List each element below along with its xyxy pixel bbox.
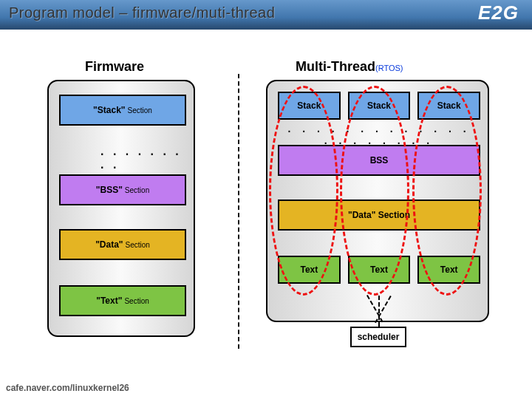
scheduler-box: scheduler <box>350 327 406 347</box>
firmware-title: Firmware <box>85 59 144 75</box>
firmware-text-segment: "Text" Section <box>59 285 186 316</box>
firmware-bss-segment: "BSS" Section <box>59 174 186 205</box>
firmware-data-label: "Data" <box>95 239 123 250</box>
logo-text: E2G <box>478 1 519 24</box>
firmware-bss-label: "BSS" <box>96 185 123 195</box>
title-bar: Program model – firmware/muti-thread E2G <box>0 0 532 30</box>
firmware-stack-segment: "Stack" Section <box>59 95 186 126</box>
firmware-stack-sub: Section <box>128 106 152 115</box>
multithread-title-text: Multi-Thread <box>296 59 375 74</box>
firmware-box: "Stack" Section . . . . . . . . . "BSS" … <box>47 80 195 337</box>
thread-ellipse <box>269 86 338 296</box>
multithread-subtitle: (RTOS) <box>375 64 403 72</box>
vertical-divider <box>238 74 239 349</box>
thread-ellipse <box>412 86 482 296</box>
firmware-bss-sub: Section <box>125 186 149 194</box>
firmware-stack-label: "Stack" <box>93 105 125 115</box>
firmware-text-label: "Text" <box>96 296 122 306</box>
firmware-data-segment: "Data" Section <box>59 229 186 260</box>
firmware-data-sub: Section <box>126 241 150 249</box>
firmware-text-sub: Section <box>124 297 149 305</box>
thread-ellipse <box>340 86 409 296</box>
firmware-ellipsis: . . . . . . . . . <box>100 145 194 171</box>
scheduler-connector <box>378 296 380 327</box>
footer-url: cafe.naver.com/linuxkernel26 <box>6 383 129 393</box>
multithread-title: Multi-Thread(RTOS) <box>296 59 403 75</box>
slide-title: Program model – firmware/muti-thread <box>9 4 275 21</box>
